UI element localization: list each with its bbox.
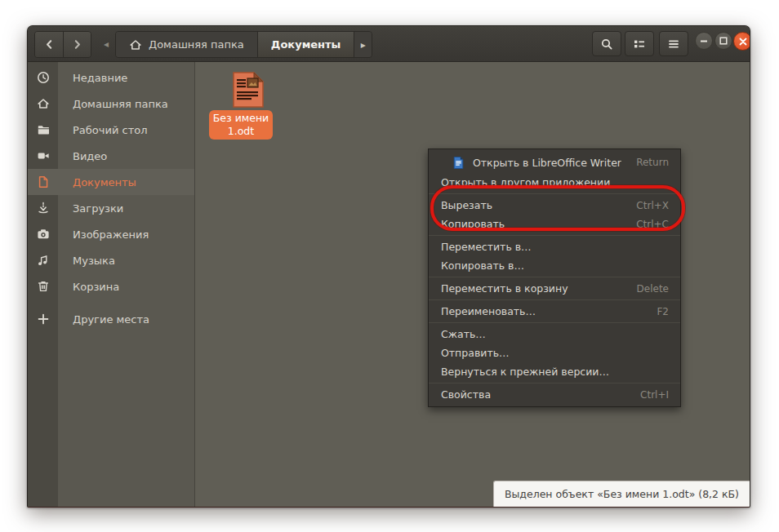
maximize-icon [719,37,728,45]
view-toggle-button[interactable] [625,31,654,56]
breadcrumb-home[interactable]: Домашняя папка [116,32,257,57]
chevron-right-icon [71,38,83,51]
nautilus-file-manager-window: ◂ Домашняя папка Документы ▸ Недав [27,25,750,508]
clock-icon [37,71,50,84]
home-icon [129,38,142,51]
menu-separator [429,277,680,277]
triangle-right-icon: ▸ [361,39,366,51]
minimize-button[interactable] [695,32,713,50]
file-name-line2: 1.odt [211,125,270,138]
trash-icon [37,280,50,293]
menu-item-rename[interactable]: Переименовать… F2 [429,302,680,321]
file-name-line1: Без имени [211,112,270,125]
menu-item-copy-to[interactable]: Копировать в… [429,256,680,275]
menu-separator [429,322,680,323]
maximize-button[interactable] [714,32,732,50]
chevron-left-icon [43,38,56,51]
file-view-area[interactable]: Без имени 1.odt Открыть в LibreOffice Wr… [195,62,750,507]
menu-item-copy[interactable]: Копировать Ctrl+C [429,215,680,233]
path-scroll-left-button[interactable]: ◂ [98,31,114,56]
sidebar-item-videos[interactable]: Видео [28,143,194,169]
menu-separator [429,235,680,236]
sidebar-item-pictures[interactable]: Изображения [28,221,194,247]
menu-item-properties[interactable]: Свойства Ctrl+I [429,385,680,404]
document-icon [37,175,50,188]
close-icon [739,38,747,46]
forward-button[interactable] [63,32,91,57]
context-menu: Открыть в LibreOffice Writer Return Откр… [428,149,681,407]
sidebar-item-trash[interactable]: Корзина [28,273,194,299]
libreoffice-writer-odt-icon[interactable] [228,70,267,109]
sidebar-item-music[interactable]: Музыка [28,247,194,273]
hamburger-menu-icon [667,38,680,51]
search-icon [600,38,613,51]
menu-item-move-to[interactable]: Переместить в… [429,237,680,256]
menu-item-open-other[interactable]: Открыть в другом приложении [429,173,680,192]
view-list-icon [633,38,646,51]
sidebar-item-home[interactable]: Домашняя папка [28,91,194,117]
history-nav-group [34,31,91,58]
desktop-background: ◂ Домашняя папка Документы ▸ Недав [0,0,779,532]
back-button[interactable] [35,32,63,57]
menu-separator [429,193,680,194]
sidebar-item-other-locations[interactable]: Другие места [28,306,194,332]
status-text: Выделен объект «Без имени 1.odt» (8,2 кБ… [505,488,739,500]
breadcrumb-label: Документы [271,38,341,51]
menu-separator [429,299,680,300]
sidebar-item-desktop[interactable]: Рабочий стол [28,117,194,143]
music-note-icon [37,254,50,267]
status-bar: Выделен объект «Без имени 1.odt» (8,2 кБ… [493,481,750,507]
triangle-left-icon: ◂ [104,38,109,50]
header-bar: ◂ Домашняя папка Документы ▸ [28,26,750,62]
sidebar-item-recent[interactable]: Недавние [28,64,194,91]
search-button[interactable] [592,31,621,56]
breadcrumb-documents[interactable]: Документы [257,32,354,57]
file-name-label[interactable]: Без имени 1.odt [209,110,273,140]
plus-icon [37,313,50,326]
folder-icon [37,123,50,136]
download-icon [37,202,50,215]
home-icon [37,97,50,110]
menu-separator [429,383,680,383]
path-bar: Домашняя папка Документы ▸ [115,31,372,58]
sidebar-item-downloads[interactable]: Загрузки [28,195,194,221]
menu-item-compress[interactable]: Сжать… [429,325,680,344]
menu-item-revert[interactable]: Вернуться к прежней версии… [429,362,680,381]
menu-item-open-writer[interactable]: Открыть в LibreOffice Writer Return [429,152,680,173]
menu-item-move-to-trash[interactable]: Переместить в корзину Delete [429,279,680,298]
sidebar-item-documents[interactable]: Документы [28,169,194,195]
path-scroll-right-button[interactable]: ▸ [354,32,372,57]
app-menu-button[interactable] [659,31,688,56]
sidebar-list: Недавние Домашняя папка Рабочий стол Вид… [28,64,194,332]
places-sidebar: Недавние Домашняя папка Рабочий стол Вид… [28,62,195,507]
camera-icon [37,228,50,241]
breadcrumb-label: Домашняя папка [149,38,244,51]
minimize-icon [700,37,708,45]
writer-document-icon [452,156,465,170]
menu-item-send[interactable]: Отправить… [429,344,680,362]
video-icon [37,149,50,162]
close-button[interactable] [733,32,750,51]
menu-item-cut[interactable]: Вырезать Ctrl+X [429,196,680,215]
